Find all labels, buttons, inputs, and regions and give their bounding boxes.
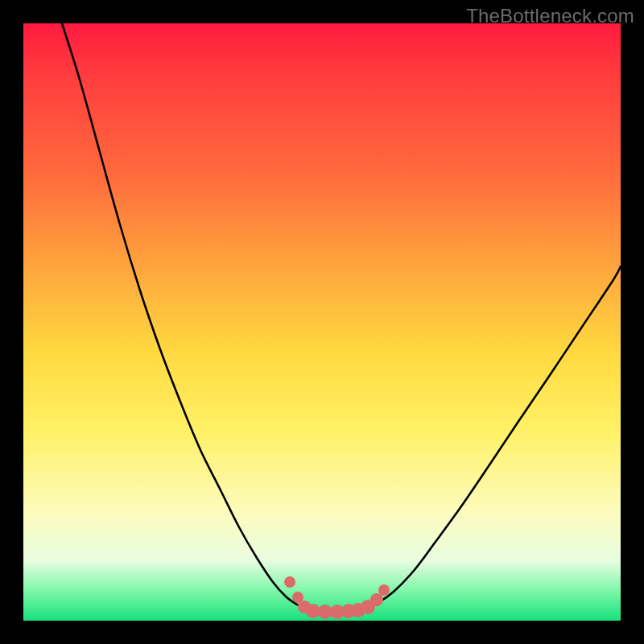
chart-svg [23,23,621,621]
bottom-marker-group [284,576,390,619]
chart-gradient-area [23,23,621,621]
bottom-marker-dot [378,584,390,596]
bottleneck-curve [62,23,621,610]
watermark-text: TheBottleneck.com [466,5,634,27]
bottom-marker-dot [370,593,383,606]
bottom-marker-dot [284,576,295,588]
